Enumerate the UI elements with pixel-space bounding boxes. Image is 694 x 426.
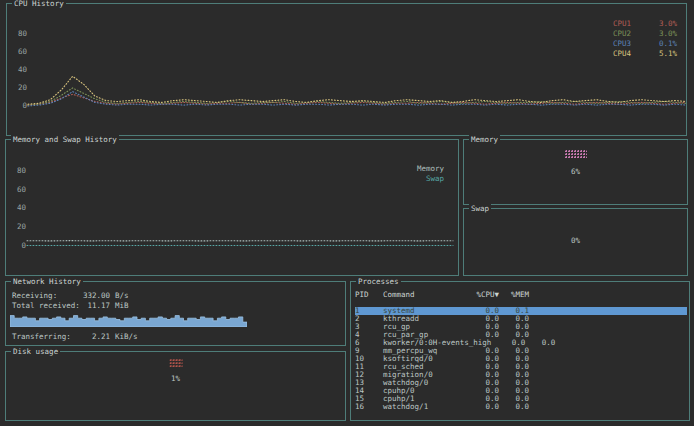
series-cpu1 xyxy=(28,94,686,105)
column-mem[interactable]: %MEM xyxy=(499,290,529,299)
network-label: Transferring: xyxy=(12,332,82,341)
y-tick-80: 80 xyxy=(12,167,26,175)
column-pid[interactable]: PID xyxy=(355,290,383,299)
network-value: 2.21 xyxy=(82,332,110,341)
network-value: 332.00 xyxy=(82,291,110,300)
legend-label: CPU3 xyxy=(613,39,631,49)
network-unit: B/s xyxy=(115,291,129,300)
process-row-watchdog/1[interactable]: 16watchdog/10.00.0 xyxy=(355,403,687,411)
legend-item-memory: Memory xyxy=(417,164,444,174)
cpu-legend-item-cpu3: CPU30.1% xyxy=(613,39,677,49)
swap-gauge-title: Swap xyxy=(469,204,491,213)
process-pid: 16 xyxy=(355,403,383,411)
cpu-legend-item-cpu1: CPU13.0% xyxy=(613,19,677,29)
memory-swap-history-chart xyxy=(26,146,454,250)
column-cpu-sort[interactable]: %CPU▼ xyxy=(465,290,499,299)
system-monitor-screen: CPU History 806040200 CPU13.0%CPU23.0%CP… xyxy=(0,0,694,426)
network-sparkline xyxy=(10,312,247,327)
y-tick-20: 20 xyxy=(12,223,26,231)
y-tick-20: 20 xyxy=(13,84,27,92)
disk-usage-panel: Disk usage 1% xyxy=(5,351,346,421)
memory-swap-history-title: Memory and Swap History xyxy=(11,135,119,144)
receiving-sparkline-area xyxy=(10,316,247,327)
process-cpu: 0.0 xyxy=(465,403,499,411)
cpu-legend-item-cpu2: CPU23.0% xyxy=(613,29,677,39)
legend-value: 0.1% xyxy=(659,39,677,49)
memory-gauge-title: Memory xyxy=(469,135,500,144)
y-tick-40: 40 xyxy=(13,66,27,74)
network-line-2: Transferring:2.21KiB/s xyxy=(12,332,138,341)
memory-gauge-panel: Memory 6% xyxy=(463,139,688,205)
y-tick-0: 0 xyxy=(13,102,27,110)
network-unit: KiB/s xyxy=(115,332,138,341)
network-line-1: Total received:11.17MiB xyxy=(12,301,129,310)
legend-value: 3.0% xyxy=(659,29,677,39)
legend-label: CPU1 xyxy=(613,19,631,29)
legend-value: 5.1% xyxy=(659,49,677,59)
process-command: watchdog/1 xyxy=(383,403,465,411)
process-mem: 0.0 xyxy=(525,339,555,347)
memory-swap-legend: MemorySwap xyxy=(417,164,444,184)
legend-label: CPU4 xyxy=(613,49,631,59)
y-tick-60: 60 xyxy=(12,186,26,194)
processes-panel: Processes PID Command %CPU▼ %MEM 1system… xyxy=(350,281,690,421)
network-unit: MiB xyxy=(115,301,129,310)
processes-title: Processes xyxy=(356,277,401,286)
network-history-title: Network History xyxy=(11,277,83,286)
memory-gauge-percent: 6% xyxy=(464,167,687,176)
series-cpu4 xyxy=(28,76,686,104)
cpu-history-panel: CPU History 806040200 CPU13.0%CPU23.0%CP… xyxy=(6,3,687,136)
cpu-legend: CPU13.0%CPU23.0%CPU30.1%CPU45.1% xyxy=(613,19,677,59)
cpu-legend-item-cpu4: CPU45.1% xyxy=(613,49,677,59)
processes-header: PID Command %CPU▼ %MEM xyxy=(355,290,687,299)
memory-gauge-dots xyxy=(565,150,587,159)
disk-usage-percent: 1% xyxy=(6,374,345,383)
disk-gauge-dots xyxy=(169,359,182,368)
legend-item-swap: Swap xyxy=(417,174,444,184)
disk-usage-title: Disk usage xyxy=(11,347,60,356)
cpu-history-chart xyxy=(27,10,687,110)
swap-gauge-panel: Swap 0% xyxy=(463,208,688,276)
memory-swap-history-panel: Memory and Swap History 806040200 Memory… xyxy=(5,139,459,276)
y-tick-60: 60 xyxy=(13,48,27,56)
network-label: Receiving: xyxy=(12,291,82,300)
y-tick-40: 40 xyxy=(12,204,26,212)
cpu-history-title: CPU History xyxy=(12,0,66,8)
legend-label: CPU2 xyxy=(613,29,631,39)
y-tick-0: 0 xyxy=(12,242,26,250)
network-line-0: Receiving:332.00B/s xyxy=(12,291,129,300)
legend-value: 3.0% xyxy=(659,19,677,29)
processes-rows: 1systemd0.00.12kthreadd0.00.03rcu_gp0.00… xyxy=(355,307,687,411)
y-tick-80: 80 xyxy=(13,30,27,38)
column-command[interactable]: Command xyxy=(383,290,465,299)
network-history-panel: Network History Receiving:332.00B/sTotal… xyxy=(5,281,346,346)
network-label: Total received: xyxy=(12,301,82,310)
swap-gauge-percent: 0% xyxy=(464,236,687,245)
process-mem: 0.0 xyxy=(499,403,529,411)
network-value: 11.17 xyxy=(82,301,110,310)
